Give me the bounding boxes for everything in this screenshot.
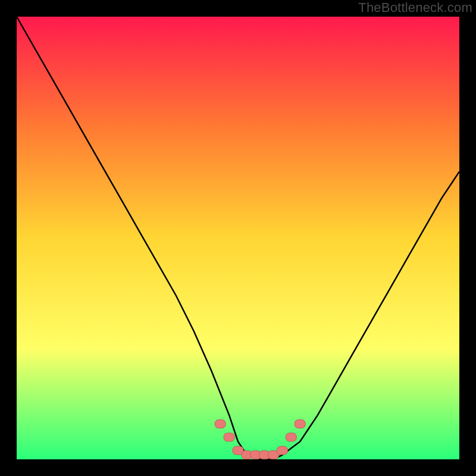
curve-marker: [295, 419, 305, 428]
curve-marker: [215, 419, 226, 428]
bottleneck-curve-path: [17, 17, 459, 459]
curve-marker: [277, 446, 287, 455]
curve-marker: [286, 433, 296, 441]
curve-layer: [17, 17, 459, 459]
marker-group: [215, 419, 305, 459]
curve-marker: [224, 433, 234, 441]
watermark-text: TheBottleneck.com: [358, 0, 472, 15]
chart-frame: TheBottleneck.com: [0, 0, 476, 476]
gradient-plot-area: [17, 17, 459, 459]
